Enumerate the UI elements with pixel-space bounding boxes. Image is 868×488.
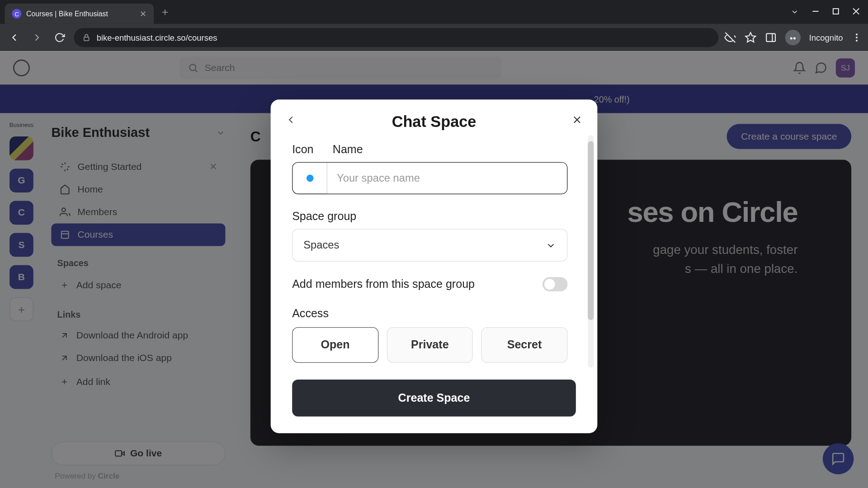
browser-titlebar: C Courses | Bike Enthusiast ✕ ＋ — [0, 0, 868, 24]
forward-button[interactable] — [28, 32, 45, 43]
svg-point-12 — [856, 37, 858, 38]
create-space-button[interactable]: Create Space — [292, 380, 576, 417]
svg-rect-4 — [84, 37, 89, 41]
name-field-label: Name — [333, 143, 363, 156]
panel-icon[interactable] — [765, 32, 777, 43]
new-tab-button[interactable]: ＋ — [160, 5, 170, 19]
svg-rect-7 — [766, 33, 775, 42]
svg-point-11 — [856, 33, 858, 35]
tab-favicon: C — [12, 9, 21, 19]
incognito-label: Incognito — [809, 33, 843, 42]
maximize-icon[interactable] — [832, 8, 840, 16]
back-button[interactable] — [6, 32, 23, 43]
space-group-value: Spaces — [303, 239, 339, 252]
space-group-select[interactable]: Spaces — [292, 229, 567, 262]
svg-rect-1 — [833, 9, 839, 14]
lock-icon — [82, 33, 90, 42]
svg-point-13 — [856, 40, 858, 42]
tab-title: Courses | Bike Enthusiast — [26, 9, 135, 18]
access-option-open[interactable]: Open — [292, 327, 378, 363]
icon-picker[interactable] — [292, 163, 327, 194]
chevron-down-icon — [546, 240, 557, 251]
modal-scrollbar-thumb[interactable] — [588, 141, 594, 320]
star-icon[interactable] — [745, 32, 756, 43]
name-input-row — [292, 162, 567, 194]
address-bar[interactable]: bike-enthusiast.circle.so/courses — [74, 28, 719, 47]
close-window-icon[interactable] — [853, 8, 860, 16]
add-members-label: Add members from this space group — [292, 278, 475, 291]
url-text: bike-enthusiast.circle.so/courses — [97, 33, 217, 42]
space-group-label: Space group — [292, 210, 567, 223]
kebab-menu-icon[interactable] — [851, 32, 862, 43]
svg-point-9 — [790, 37, 793, 39]
create-space-modal: Chat Space Icon Name Space group Spaces — [271, 99, 598, 433]
eye-off-icon[interactable] — [724, 32, 736, 43]
add-members-toggle[interactable] — [542, 277, 567, 291]
svg-point-10 — [793, 37, 796, 39]
modal-close-button[interactable] — [571, 114, 583, 126]
modal-title: Chat Space — [392, 113, 476, 131]
browser-toolbar: bike-enthusiast.circle.so/courses Incogn… — [0, 24, 868, 52]
window-controls — [791, 8, 868, 16]
icon-field-label: Icon — [292, 143, 321, 156]
chevron-down-icon[interactable] — [791, 8, 799, 16]
space-name-input[interactable] — [327, 163, 567, 194]
access-label: Access — [292, 307, 567, 320]
svg-marker-6 — [745, 33, 755, 42]
tab-close-icon[interactable]: ✕ — [140, 9, 147, 19]
minimize-icon[interactable] — [812, 8, 819, 16]
access-option-secret[interactable]: Secret — [481, 327, 568, 363]
reload-button[interactable] — [51, 32, 68, 43]
access-option-private[interactable]: Private — [387, 327, 473, 363]
incognito-icon[interactable] — [785, 30, 801, 45]
browser-tab[interactable]: C Courses | Bike Enthusiast ✕ — [5, 4, 154, 24]
modal-back-button[interactable] — [285, 114, 297, 126]
page-viewport: Search SJ hidden left part behind modal … — [0, 51, 868, 488]
icon-dot — [306, 174, 313, 182]
modal-overlay[interactable]: Chat Space Icon Name Space group Spaces — [0, 51, 868, 488]
